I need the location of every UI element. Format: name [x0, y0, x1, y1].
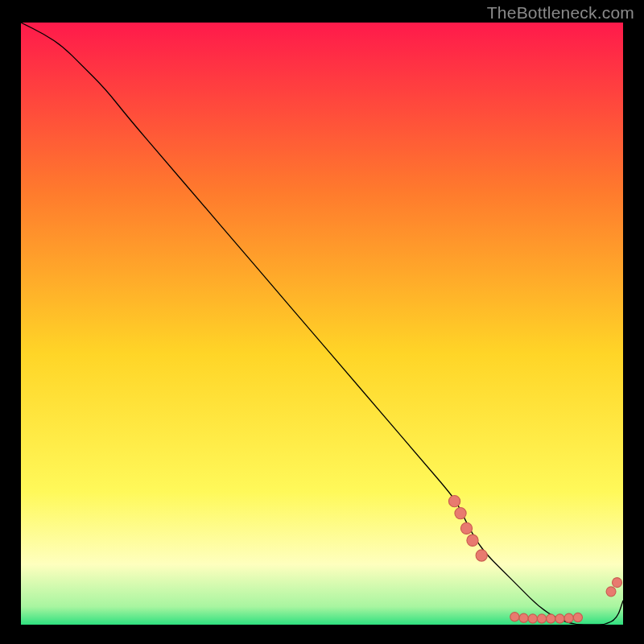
- gradient-background: [21, 23, 623, 625]
- data-marker: [573, 613, 582, 621]
- chart-stage: TheBottleneck.com: [0, 0, 644, 644]
- data-marker: [455, 508, 466, 519]
- data-marker: [460, 522, 472, 534]
- watermark-text: TheBottleneck.com: [487, 3, 634, 23]
- data-marker: [613, 578, 622, 588]
- data-marker: [448, 496, 460, 507]
- chart-svg: [21, 23, 623, 625]
- data-marker: [510, 613, 519, 621]
- data-marker: [564, 613, 573, 622]
- data-marker: [476, 550, 487, 561]
- data-marker: [606, 587, 616, 597]
- plot-area: [21, 23, 623, 625]
- data-marker: [547, 614, 555, 623]
- data-marker: [519, 613, 528, 622]
- data-marker: [467, 535, 478, 546]
- data-marker: [528, 614, 537, 623]
- data-marker: [555, 614, 564, 623]
- data-marker: [537, 614, 546, 623]
